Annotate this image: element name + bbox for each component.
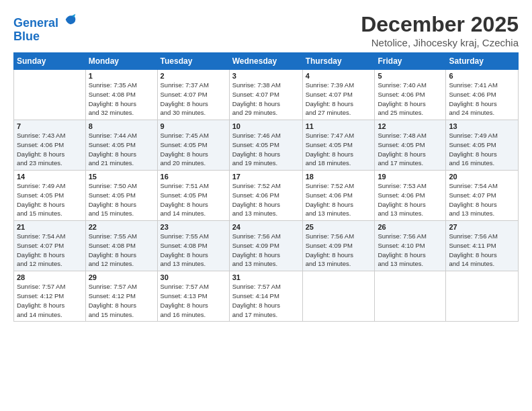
table-row: 2Sunrise: 7:37 AM Sunset: 4:07 PM Daylig…	[157, 70, 229, 120]
day-number: 19	[378, 173, 443, 181]
calendar-header-row: Sunday Monday Tuesday Wednesday Thursday…	[14, 53, 519, 70]
day-info: Sunrise: 7:35 AM Sunset: 4:08 PM Dayligh…	[89, 81, 154, 118]
table-row: 17Sunrise: 7:52 AM Sunset: 4:06 PM Dayli…	[229, 171, 302, 221]
table-row: 20Sunrise: 7:54 AM Sunset: 4:07 PM Dayli…	[446, 171, 519, 221]
day-info: Sunrise: 7:46 AM Sunset: 4:05 PM Dayligh…	[232, 131, 300, 168]
table-row: 6Sunrise: 7:41 AM Sunset: 4:06 PM Daylig…	[446, 70, 519, 120]
table-row: 21Sunrise: 7:54 AM Sunset: 4:07 PM Dayli…	[14, 221, 86, 271]
table-row: 29Sunrise: 7:57 AM Sunset: 4:12 PM Dayli…	[85, 271, 157, 322]
day-number: 10	[232, 122, 300, 130]
calendar-week-row: 7Sunrise: 7:43 AM Sunset: 4:06 PM Daylig…	[14, 120, 519, 171]
day-info: Sunrise: 7:52 AM Sunset: 4:06 PM Dayligh…	[306, 181, 372, 218]
day-number: 15	[89, 173, 154, 181]
day-info: Sunrise: 7:49 AM Sunset: 4:05 PM Dayligh…	[449, 131, 515, 168]
day-number: 3	[232, 72, 300, 80]
table-row: 8Sunrise: 7:44 AM Sunset: 4:05 PM Daylig…	[85, 120, 157, 171]
col-thursday: Thursday	[302, 53, 375, 70]
day-info: Sunrise: 7:38 AM Sunset: 4:07 PM Dayligh…	[232, 81, 300, 118]
day-number: 30	[161, 273, 226, 281]
subtitle: Netolice, Jihocesky kraj, Czechia	[361, 37, 519, 48]
table-row: 31Sunrise: 7:57 AM Sunset: 4:14 PM Dayli…	[229, 271, 302, 322]
table-row: 28Sunrise: 7:57 AM Sunset: 4:12 PM Dayli…	[14, 271, 86, 322]
day-info: Sunrise: 7:54 AM Sunset: 4:07 PM Dayligh…	[449, 181, 515, 218]
day-number: 11	[306, 122, 372, 130]
day-number: 17	[232, 173, 300, 181]
day-number: 18	[306, 173, 372, 181]
day-number: 4	[306, 72, 372, 80]
day-info: Sunrise: 7:57 AM Sunset: 4:14 PM Dayligh…	[232, 282, 300, 319]
day-info: Sunrise: 7:53 AM Sunset: 4:06 PM Dayligh…	[378, 181, 443, 218]
day-number: 9	[161, 122, 226, 130]
table-row	[446, 271, 519, 322]
calendar-week-row: 21Sunrise: 7:54 AM Sunset: 4:07 PM Dayli…	[14, 221, 519, 271]
day-info: Sunrise: 7:45 AM Sunset: 4:05 PM Dayligh…	[161, 131, 226, 168]
day-info: Sunrise: 7:52 AM Sunset: 4:06 PM Dayligh…	[232, 181, 300, 218]
table-row: 23Sunrise: 7:55 AM Sunset: 4:08 PM Dayli…	[157, 221, 229, 271]
table-row: 16Sunrise: 7:51 AM Sunset: 4:05 PM Dayli…	[157, 171, 229, 221]
logo-icon	[63, 12, 78, 27]
calendar-week-row: 28Sunrise: 7:57 AM Sunset: 4:12 PM Dayli…	[14, 271, 519, 322]
day-info: Sunrise: 7:37 AM Sunset: 4:07 PM Dayligh…	[161, 81, 226, 118]
table-row: 11Sunrise: 7:47 AM Sunset: 4:05 PM Dayli…	[302, 120, 375, 171]
day-info: Sunrise: 7:56 AM Sunset: 4:09 PM Dayligh…	[306, 232, 372, 269]
table-row: 19Sunrise: 7:53 AM Sunset: 4:06 PM Dayli…	[375, 171, 446, 221]
logo-text: General	[13, 12, 78, 30]
day-info: Sunrise: 7:51 AM Sunset: 4:05 PM Dayligh…	[161, 181, 226, 218]
main-title: December 2025	[361, 12, 519, 37]
table-row: 9Sunrise: 7:45 AM Sunset: 4:05 PM Daylig…	[157, 120, 229, 171]
day-info: Sunrise: 7:47 AM Sunset: 4:05 PM Dayligh…	[306, 131, 372, 168]
col-saturday: Saturday	[446, 53, 519, 70]
day-info: Sunrise: 7:56 AM Sunset: 4:11 PM Dayligh…	[449, 232, 515, 269]
table-row: 14Sunrise: 7:49 AM Sunset: 4:05 PM Dayli…	[14, 171, 86, 221]
day-number: 26	[378, 223, 443, 231]
col-sunday: Sunday	[14, 53, 86, 70]
col-wednesday: Wednesday	[229, 53, 302, 70]
col-friday: Friday	[375, 53, 446, 70]
day-number: 7	[17, 122, 83, 130]
day-number: 14	[17, 173, 83, 181]
day-info: Sunrise: 7:44 AM Sunset: 4:05 PM Dayligh…	[89, 131, 154, 168]
table-row: 27Sunrise: 7:56 AM Sunset: 4:11 PM Dayli…	[446, 221, 519, 271]
day-info: Sunrise: 7:54 AM Sunset: 4:07 PM Dayligh…	[17, 232, 83, 269]
header: General Blue December 2025 Netolice, Jih…	[13, 12, 519, 48]
table-row: 30Sunrise: 7:57 AM Sunset: 4:13 PM Dayli…	[157, 271, 229, 322]
table-row: 12Sunrise: 7:48 AM Sunset: 4:05 PM Dayli…	[375, 120, 446, 171]
day-info: Sunrise: 7:57 AM Sunset: 4:12 PM Dayligh…	[89, 282, 154, 319]
table-row: 4Sunrise: 7:39 AM Sunset: 4:07 PM Daylig…	[302, 70, 375, 120]
table-row: 7Sunrise: 7:43 AM Sunset: 4:06 PM Daylig…	[14, 120, 86, 171]
day-number: 6	[449, 72, 515, 80]
table-row	[375, 271, 446, 322]
title-section: December 2025 Netolice, Jihocesky kraj, …	[361, 12, 519, 48]
table-row: 22Sunrise: 7:55 AM Sunset: 4:08 PM Dayli…	[85, 221, 157, 271]
day-number: 1	[89, 72, 154, 80]
col-tuesday: Tuesday	[157, 53, 229, 70]
table-row: 18Sunrise: 7:52 AM Sunset: 4:06 PM Dayli…	[302, 171, 375, 221]
table-row: 15Sunrise: 7:50 AM Sunset: 4:05 PM Dayli…	[85, 171, 157, 221]
day-number: 5	[378, 72, 443, 80]
day-info: Sunrise: 7:57 AM Sunset: 4:12 PM Dayligh…	[17, 282, 83, 319]
day-number: 8	[89, 122, 154, 130]
day-info: Sunrise: 7:56 AM Sunset: 4:10 PM Dayligh…	[378, 232, 443, 269]
day-info: Sunrise: 7:41 AM Sunset: 4:06 PM Dayligh…	[449, 81, 515, 118]
day-number: 29	[89, 273, 154, 281]
col-monday: Monday	[85, 53, 157, 70]
logo-line2: Blue	[13, 30, 78, 44]
table-row: 1Sunrise: 7:35 AM Sunset: 4:08 PM Daylig…	[85, 70, 157, 120]
calendar-week-row: 1Sunrise: 7:35 AM Sunset: 4:08 PM Daylig…	[14, 70, 519, 120]
day-info: Sunrise: 7:57 AM Sunset: 4:13 PM Dayligh…	[161, 282, 226, 319]
day-info: Sunrise: 7:55 AM Sunset: 4:08 PM Dayligh…	[161, 232, 226, 269]
day-info: Sunrise: 7:43 AM Sunset: 4:06 PM Dayligh…	[17, 131, 83, 168]
calendar: Sunday Monday Tuesday Wednesday Thursday…	[13, 52, 519, 322]
day-number: 20	[449, 173, 515, 181]
calendar-week-row: 14Sunrise: 7:49 AM Sunset: 4:05 PM Dayli…	[14, 171, 519, 221]
day-info: Sunrise: 7:49 AM Sunset: 4:05 PM Dayligh…	[17, 181, 83, 218]
table-row: 25Sunrise: 7:56 AM Sunset: 4:09 PM Dayli…	[302, 221, 375, 271]
day-number: 27	[449, 223, 515, 231]
table-row: 13Sunrise: 7:49 AM Sunset: 4:05 PM Dayli…	[446, 120, 519, 171]
day-info: Sunrise: 7:55 AM Sunset: 4:08 PM Dayligh…	[89, 232, 154, 269]
day-info: Sunrise: 7:50 AM Sunset: 4:05 PM Dayligh…	[89, 181, 154, 218]
table-row: 5Sunrise: 7:40 AM Sunset: 4:06 PM Daylig…	[375, 70, 446, 120]
table-row: 3Sunrise: 7:38 AM Sunset: 4:07 PM Daylig…	[229, 70, 302, 120]
table-row	[302, 271, 375, 322]
day-number: 28	[17, 273, 83, 281]
